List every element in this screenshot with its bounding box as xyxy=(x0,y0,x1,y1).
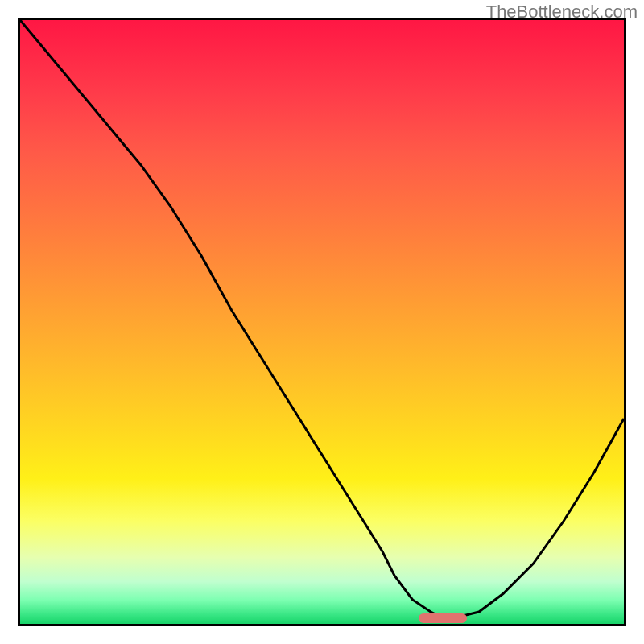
chart-stage: TheBottleneck.com xyxy=(0,0,644,644)
bottleneck-curve xyxy=(20,20,624,618)
optimal-marker xyxy=(419,613,467,623)
plot-area xyxy=(20,20,624,624)
curve-svg xyxy=(20,20,624,624)
